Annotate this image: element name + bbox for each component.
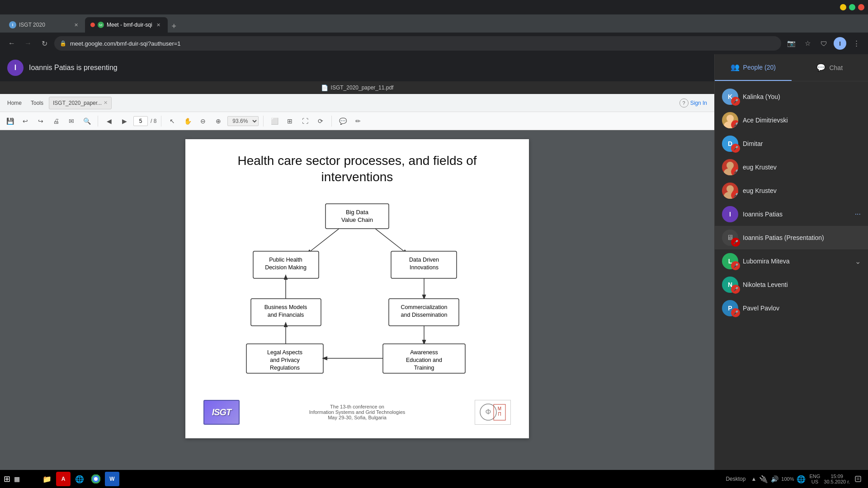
url-text: meet.google.com/bmf-duir-sqi?authuser=1 bbox=[70, 40, 181, 47]
avatar-kalinka: K 🎤 bbox=[722, 89, 738, 105]
slide-title: Health care sector processes, and fields… bbox=[203, 153, 511, 186]
taskbar-store[interactable]: 🛍 bbox=[24, 472, 38, 486]
menu-icon[interactable]: ⋮ bbox=[850, 37, 863, 50]
pdf-file-tab-close[interactable]: ✕ bbox=[104, 100, 108, 106]
bookmark-icon[interactable]: ☆ bbox=[801, 37, 814, 50]
pdf-top-filename-bar: 📄 ISGT_2020_paper_11.pdf bbox=[0, 81, 714, 94]
pdf-zoom-out-btn[interactable]: ⊖ bbox=[197, 115, 209, 127]
nav-divider-4 bbox=[331, 116, 332, 127]
close-button[interactable] bbox=[858, 4, 864, 10]
svg-line-4 bbox=[375, 229, 407, 253]
tab-meet[interactable]: M Meet - bmf-duir-sqi ✕ bbox=[85, 17, 168, 33]
person-eug1[interactable]: 🎤 eug Krustev bbox=[715, 155, 868, 179]
taskbar-show-desktop[interactable]: Desktop bbox=[726, 476, 745, 482]
expand-lubomira-btn[interactable]: ⌄ bbox=[855, 257, 861, 266]
svg-text:Legal Aspects: Legal Aspects bbox=[267, 349, 302, 356]
pdf-page-input[interactable] bbox=[133, 116, 148, 126]
browser-frame: I ISGT 2020 ✕ M Meet - bmf-duir-sqi ✕ + … bbox=[0, 0, 868, 488]
camera-icon[interactable]: 📷 bbox=[785, 37, 797, 50]
person-ioannis[interactable]: I Ioannis Patias ··· bbox=[715, 202, 868, 226]
tab-bar: I ISGT 2020 ✕ M Meet - bmf-duir-sqi ✕ + bbox=[0, 14, 868, 33]
lock-icon: 🔒 bbox=[60, 40, 66, 47]
forward-button[interactable]: → bbox=[22, 37, 34, 50]
taskbar-ie[interactable]: 🌐 bbox=[72, 472, 87, 486]
svg-text:Awareness: Awareness bbox=[410, 349, 438, 356]
svg-text:and Dissemination: and Dissemination bbox=[401, 312, 448, 318]
pdf-top-filename-text: ISGT_2020_paper_11.pdf bbox=[331, 84, 394, 91]
pdf-rotate-btn[interactable]: ⟳ bbox=[314, 115, 327, 127]
person-lubomira[interactable]: L 🎤 Lubomira Miteva ⌄ bbox=[715, 249, 868, 273]
pdf-sign-in-btn[interactable]: Sign In bbox=[690, 100, 707, 106]
taskbar-chrome[interactable] bbox=[89, 472, 103, 486]
person-ioannis-presentation[interactable]: 🖥 🎤 Ioannis Patias (Presentation) bbox=[715, 226, 868, 249]
presenter-avatar: I bbox=[7, 60, 24, 76]
pdf-help-btn[interactable]: ? bbox=[679, 99, 689, 108]
pdf-home-btn[interactable]: Home bbox=[4, 97, 25, 109]
tab-favicon-meet: M bbox=[98, 22, 104, 28]
pdf-thumbnail-btn[interactable]: ⊞ bbox=[283, 115, 296, 127]
svg-text:Training: Training bbox=[414, 365, 434, 371]
address-bar: ← → ↻ 🔒 meet.google.com/bmf-duir-sqi?aut… bbox=[0, 33, 868, 54]
pdf-undo-btn[interactable]: ↩ bbox=[19, 115, 32, 127]
name-ioannis-presentation: Ioannis Patias (Presentation) bbox=[743, 234, 861, 241]
pdf-email-btn[interactable]: ✉ bbox=[65, 115, 78, 127]
back-button[interactable]: ← bbox=[5, 37, 18, 50]
pdf-draw-btn[interactable]: ✏ bbox=[352, 115, 364, 127]
pdf-redo-btn[interactable]: ↪ bbox=[34, 115, 47, 127]
pdf-pan-btn[interactable]: ✋ bbox=[181, 115, 194, 127]
tab-close-meet[interactable]: ✕ bbox=[155, 21, 162, 28]
pdf-next-page-btn[interactable]: ▶ bbox=[118, 115, 131, 127]
avatar-dimitar: D 🎤 bbox=[722, 136, 738, 152]
svg-text:Regulations: Regulations bbox=[270, 365, 300, 371]
taskbar-adobe[interactable]: A bbox=[56, 472, 71, 486]
url-bar[interactable]: 🔒 meet.google.com/bmf-duir-sqi?authuser=… bbox=[54, 36, 781, 51]
new-tab-button[interactable]: + bbox=[168, 20, 180, 33]
tab-close-isgt[interactable]: ✕ bbox=[72, 21, 80, 28]
maximize-button[interactable] bbox=[849, 4, 855, 10]
person-nikoleta[interactable]: N 🎤 Nikoleta Leventi bbox=[715, 273, 868, 296]
pdf-print-btn[interactable]: 🖨 bbox=[50, 115, 62, 127]
pdf-tools-btn[interactable]: Tools bbox=[27, 97, 47, 109]
pdf-comment-btn[interactable]: 💬 bbox=[336, 115, 349, 127]
pdf-search-btn[interactable]: 🔍 bbox=[80, 115, 93, 127]
person-pavel[interactable]: P 🎤 Pavel Pavlov bbox=[715, 296, 868, 320]
pdf-prev-page-btn[interactable]: ◀ bbox=[103, 115, 115, 127]
extension-icon[interactable]: 🛡 bbox=[817, 37, 830, 50]
person-kalinka[interactable]: K 🎤 Kalinka (You) bbox=[715, 85, 868, 108]
right-panel: 👥 People (20) 💬 Chat K 🎤 Kalinka (You) bbox=[714, 54, 868, 470]
pdf-file-tab[interactable]: ISGT_2020_paper... ✕ bbox=[49, 97, 112, 109]
pdf-toolbar: Home Tools ISGT_2020_paper... ✕ ? Sign I… bbox=[0, 94, 714, 112]
start-button[interactable]: ⊞ bbox=[4, 474, 10, 484]
person-dimitar[interactable]: D 🎤 Dimitar bbox=[715, 132, 868, 155]
pdf-save-btn[interactable]: 💾 bbox=[4, 115, 16, 127]
mute-nikoleta: 🎤 bbox=[731, 285, 740, 294]
pdf-cursor-btn[interactable]: ↖ bbox=[166, 115, 179, 127]
svg-text:Business Models: Business Models bbox=[264, 304, 307, 310]
profile-avatar[interactable]: I bbox=[834, 37, 846, 50]
task-view-button[interactable]: ▦ bbox=[14, 475, 20, 483]
tab-people[interactable]: 👥 People (20) bbox=[715, 54, 792, 81]
person-eug2[interactable]: 🎤 eug Krustev bbox=[715, 179, 868, 202]
pdf-zoom-in-btn[interactable]: ⊕ bbox=[212, 115, 225, 127]
svg-text:Big Data: Big Data bbox=[346, 209, 369, 216]
taskbar-explorer[interactable]: 📁 bbox=[40, 472, 54, 486]
taskbar-lang: ENGUS bbox=[809, 474, 820, 484]
pdf-fit-page-btn[interactable]: ⬜ bbox=[268, 115, 281, 127]
nav-divider-1 bbox=[98, 116, 98, 127]
taskbar-word[interactable]: W bbox=[105, 472, 119, 486]
mute-lubomira: 🎤 bbox=[731, 261, 740, 270]
people-list: K 🎤 Kalinka (You) 🎤 Ace Dimitrievski bbox=[715, 81, 868, 470]
more-ioannis-btn[interactable]: ··· bbox=[855, 210, 861, 218]
tab-isgt[interactable]: I ISGT 2020 ✕ bbox=[4, 17, 85, 33]
tab-chat[interactable]: 💬 Chat bbox=[792, 54, 868, 81]
toolbar-icons: 📷 ☆ 🛡 I ⋮ bbox=[785, 37, 863, 50]
nav-divider-3 bbox=[263, 116, 264, 127]
svg-text:Education and: Education and bbox=[406, 357, 442, 363]
taskbar-notification[interactable] bbox=[852, 473, 864, 485]
minimize-button[interactable] bbox=[840, 4, 846, 10]
person-ace[interactable]: 🎤 Ace Dimitrievski bbox=[715, 108, 868, 132]
pdf-fullscreen-btn[interactable]: ⛶ bbox=[299, 115, 311, 127]
pdf-zoom-select[interactable]: 93.6% 100% 75% bbox=[227, 116, 259, 126]
taskbar-clock: 15:09 30.5.2020 г. bbox=[824, 474, 850, 484]
refresh-button[interactable]: ↻ bbox=[38, 37, 51, 50]
